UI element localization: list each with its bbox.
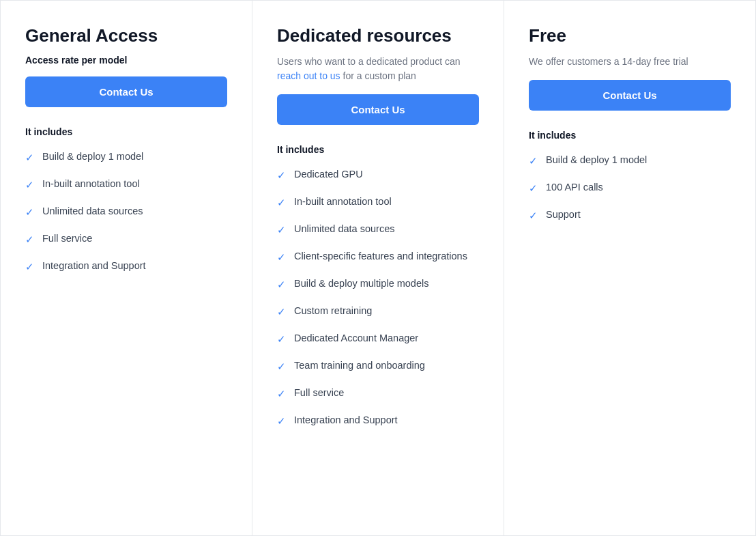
subtitle-before: Users who want to a dedicated product ca… bbox=[277, 56, 461, 67]
list-item: ✓ Support bbox=[529, 208, 731, 223]
feature-list-free: ✓ Build & deploy 1 model ✓ 100 API calls… bbox=[529, 153, 731, 223]
list-item: ✓ Unlimited data sources bbox=[25, 204, 227, 219]
list-item: ✓ Integration and Support bbox=[25, 259, 227, 274]
feature-list-dedicated: ✓ Dedicated GPU ✓ In-built annotation to… bbox=[277, 167, 479, 428]
list-item: ✓ Team training and onboarding bbox=[277, 358, 479, 373]
check-icon: ✓ bbox=[277, 168, 286, 182]
contact-us-button-dedicated[interactable]: Contact Us bbox=[277, 94, 479, 125]
list-item: ✓ Unlimited data sources bbox=[277, 222, 479, 237]
plan-subtitle-free: We offer customers a 14-day free trial bbox=[529, 55, 731, 69]
includes-label-free: It includes bbox=[529, 130, 731, 141]
list-item: ✓ Dedicated Account Manager bbox=[277, 331, 479, 346]
check-icon: ✓ bbox=[277, 359, 286, 373]
feature-text: Integration and Support bbox=[294, 413, 398, 427]
feature-text: Unlimited data sources bbox=[42, 204, 143, 218]
feature-text: In-built annotation tool bbox=[294, 195, 392, 208]
feature-text: Build & deploy multiple models bbox=[294, 277, 428, 290]
list-item: ✓ Client-specific features and integrati… bbox=[277, 249, 479, 264]
feature-text: Custom retraining bbox=[294, 304, 372, 318]
list-item: ✓ Integration and Support bbox=[277, 413, 479, 428]
includes-label-general-access: It includes bbox=[25, 126, 227, 137]
check-icon: ✓ bbox=[25, 150, 34, 165]
pricing-container: General Access Access rate per model Con… bbox=[0, 0, 756, 536]
feature-text: Dedicated Account Manager bbox=[294, 331, 418, 345]
check-icon: ✓ bbox=[529, 154, 538, 168]
list-item: ✓ 100 API calls bbox=[529, 180, 731, 195]
check-icon: ✓ bbox=[25, 178, 34, 192]
plan-dedicated-resources: Dedicated resources Users who want to a … bbox=[252, 1, 504, 535]
plan-rate-general-access: Access rate per model bbox=[25, 55, 227, 66]
feature-text: In-built annotation tool bbox=[42, 177, 140, 191]
feature-text: Team training and onboarding bbox=[294, 358, 425, 372]
feature-text: Build & deploy 1 model bbox=[42, 150, 143, 163]
check-icon: ✓ bbox=[277, 277, 286, 292]
plan-title-general-access: General Access bbox=[25, 25, 227, 46]
feature-text: Dedicated GPU bbox=[294, 167, 363, 181]
plan-title-dedicated-resources: Dedicated resources bbox=[277, 25, 479, 46]
list-item: ✓ In-built annotation tool bbox=[277, 195, 479, 210]
check-icon: ✓ bbox=[277, 250, 286, 264]
check-icon: ✓ bbox=[529, 208, 538, 223]
feature-list-general-access: ✓ Build & deploy 1 model ✓ In-built anno… bbox=[25, 150, 227, 274]
feature-text: Support bbox=[546, 208, 581, 221]
list-item: ✓ Full service bbox=[277, 386, 479, 401]
plan-free: Free We offer customers a 14-day free tr… bbox=[504, 1, 755, 535]
list-item: ✓ Build & deploy multiple models bbox=[277, 277, 479, 292]
list-item: ✓ Custom retraining bbox=[277, 304, 479, 319]
feature-text: Full service bbox=[294, 386, 344, 399]
check-icon: ✓ bbox=[277, 386, 286, 401]
feature-text: 100 API calls bbox=[546, 180, 603, 194]
list-item: ✓ Build & deploy 1 model bbox=[25, 150, 227, 165]
list-item: ✓ In-built annotation tool bbox=[25, 177, 227, 192]
plan-title-free: Free bbox=[529, 25, 731, 46]
feature-text: Integration and Support bbox=[42, 259, 146, 272]
list-item: ✓ Dedicated GPU bbox=[277, 167, 479, 182]
feature-text: Client-specific features and integration… bbox=[294, 249, 467, 263]
list-item: ✓ Full service bbox=[25, 231, 227, 246]
reach-out-link[interactable]: reach out to us bbox=[277, 70, 340, 81]
contact-us-button-free[interactable]: Contact Us bbox=[529, 80, 731, 111]
plan-general-access: General Access Access rate per model Con… bbox=[1, 1, 252, 535]
includes-label-dedicated: It includes bbox=[277, 144, 479, 155]
check-icon: ✓ bbox=[529, 181, 538, 195]
check-icon: ✓ bbox=[277, 332, 286, 346]
subtitle-after: for a custom plan bbox=[340, 70, 416, 81]
check-icon: ✓ bbox=[277, 305, 286, 319]
feature-text: Unlimited data sources bbox=[294, 222, 395, 236]
feature-text: Build & deploy 1 model bbox=[546, 153, 647, 167]
list-item: ✓ Build & deploy 1 model bbox=[529, 153, 731, 168]
plan-subtitle-dedicated-resources: Users who want to a dedicated product ca… bbox=[277, 55, 479, 83]
check-icon: ✓ bbox=[277, 414, 286, 428]
check-icon: ✓ bbox=[277, 195, 286, 210]
check-icon: ✓ bbox=[25, 232, 34, 246]
contact-us-button-general-access[interactable]: Contact Us bbox=[25, 76, 227, 107]
check-icon: ✓ bbox=[25, 205, 34, 219]
check-icon: ✓ bbox=[277, 223, 286, 237]
feature-text: Full service bbox=[42, 231, 92, 245]
check-icon: ✓ bbox=[25, 259, 34, 274]
